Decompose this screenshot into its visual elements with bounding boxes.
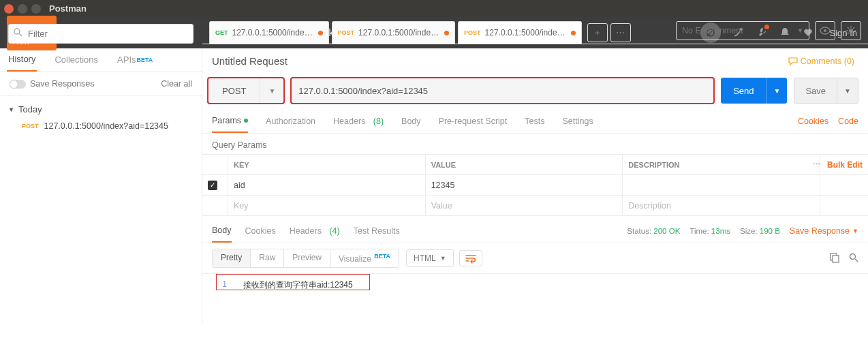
method-badge: POST (464, 29, 481, 36)
sidebar: History Collections APIsBETA Save Respon… (0, 17, 202, 324)
param-description[interactable] (623, 175, 820, 195)
chevron-down-icon[interactable]: ▼ (766, 78, 788, 104)
param-description-placeholder[interactable]: Description (623, 196, 820, 215)
beta-badge: BETA (374, 253, 390, 260)
method-badge: GET (215, 29, 228, 36)
svg-line-17 (848, 27, 849, 29)
col-description: DESCRIPTION (623, 155, 820, 174)
svg-line-18 (853, 33, 854, 34)
response-format-dropdown[interactable]: HTML▼ (406, 249, 454, 267)
window-titlebar: Postman (0, 0, 868, 17)
subtab-prerequest[interactable]: Pre-request Script (439, 109, 508, 133)
sidebar-tab-collections[interactable]: Collections (53, 48, 99, 72)
sidebar-tab-history[interactable]: History (7, 48, 37, 72)
col-value: VALUE (426, 155, 623, 174)
bulk-edit-link[interactable]: Bulk Edit (827, 160, 863, 170)
request-subtabs: Params Authorization Headers (8) Body Pr… (202, 109, 868, 134)
param-value-placeholder[interactable]: Value (426, 196, 623, 215)
search-icon (849, 253, 858, 262)
view-raw[interactable]: Raw (251, 249, 284, 267)
status-value: 200 OK (653, 227, 680, 235)
history-item[interactable]: POST 127.0.0.1:5000/index?aid=12345 (8, 117, 193, 135)
beta-badge: BETA (137, 57, 153, 63)
view-preview[interactable]: Preview (284, 249, 330, 267)
filter-input[interactable] (8, 24, 193, 44)
size-value: 190 B (760, 227, 780, 235)
svg-line-20 (853, 27, 854, 29)
svg-point-8 (14, 29, 20, 34)
tab-url: 127.0.0.1:5000/index?aid... (485, 28, 567, 37)
param-value[interactable]: 12345 (426, 175, 623, 195)
svg-rect-22 (833, 256, 839, 262)
sidebar-tab-apis[interactable]: APIsBETA (116, 48, 154, 72)
subtab-tests[interactable]: Tests (525, 109, 544, 133)
environment-label: No Environment (682, 26, 743, 35)
save-button[interactable]: Save ▼ (794, 78, 858, 104)
window-maximize-button[interactable] (31, 4, 41, 14)
subtab-params[interactable]: Params (212, 109, 248, 133)
param-key[interactable]: aid (228, 175, 426, 195)
response-body[interactable]: 1 接收到的查询字符串aid:12345 (202, 274, 868, 296)
search-icon (14, 28, 22, 39)
tab-options-button[interactable]: ⋯ (610, 23, 631, 42)
response-tab-testresults[interactable]: Test Results (354, 219, 400, 243)
highlight-box (216, 274, 370, 290)
send-button[interactable]: Send ▼ (721, 78, 787, 104)
environment-quicklook-button[interactable] (815, 21, 835, 40)
window-close-button[interactable] (4, 4, 14, 14)
subtab-body[interactable]: Body (401, 109, 421, 133)
window-minimize-button[interactable] (18, 4, 27, 14)
request-tab[interactable]: POST 127.0.0.1:5000/index?aid... (458, 21, 582, 44)
response-tab-cookies[interactable]: Cookies (245, 219, 276, 243)
comments-button[interactable]: Comments (0) (788, 57, 854, 66)
chevron-down-icon[interactable]: ▼ (837, 78, 858, 103)
history-item-url: 127.0.0.1:5000/index?aid=12345 (44, 121, 168, 131)
response-tab-headers[interactable]: Headers (4) (290, 219, 340, 243)
http-method-dropdown[interactable]: POST ▼ (208, 78, 284, 104)
table-row-empty[interactable]: Key Value Description (202, 196, 868, 216)
request-url-input[interactable]: 127.0.0.1:5000/index?aid=12345 (291, 78, 714, 104)
search-response-button[interactable] (849, 253, 858, 264)
save-response-dropdown[interactable]: Save Response▼ (790, 226, 858, 236)
chevron-down-icon: ▼ (260, 78, 283, 103)
params-indicator-dot (244, 119, 248, 123)
new-tab-button[interactable]: ＋ (587, 23, 608, 42)
request-tabs-bar: GET 127.0.0.1:5000/index?aid=... POST 12… (202, 17, 868, 44)
code-link[interactable]: Code (838, 117, 858, 126)
copy-response-button[interactable] (830, 253, 839, 264)
request-tab[interactable]: GET 127.0.0.1:5000/index?aid=... (209, 21, 329, 44)
comment-icon (788, 57, 798, 65)
clear-all-link[interactable]: Clear all (161, 79, 192, 89)
history-group-today[interactable]: ▼ Today (8, 102, 193, 117)
copy-icon (830, 253, 839, 262)
subtab-settings[interactable]: Settings (562, 109, 593, 133)
view-visualize[interactable]: Visualize BETA (330, 249, 399, 267)
save-responses-toggle[interactable]: Save Responses (10, 79, 95, 89)
query-params-title: Query Params (202, 134, 868, 154)
more-icon[interactable]: ⋯ (813, 160, 820, 169)
table-header-row: KEY VALUE DESCRIPTION ⋯Bulk Edit (202, 155, 868, 175)
window-title: Postman (49, 3, 87, 14)
table-row[interactable]: ✓ aid 12345 (202, 175, 868, 196)
wrap-icon (465, 253, 476, 263)
response-toolbar: Pretty Raw Preview Visualize BETA HTML▼ (202, 243, 868, 274)
settings-button[interactable] (841, 21, 861, 40)
subtab-authorization[interactable]: Authorization (266, 109, 315, 133)
svg-line-9 (19, 33, 22, 36)
unsaved-dot-icon (318, 31, 323, 35)
method-badge: POST (22, 123, 39, 129)
cookies-link[interactable]: Cookies (798, 117, 828, 126)
subtab-headers[interactable]: Headers (8) (333, 109, 384, 133)
time-value: 13ms (711, 227, 730, 235)
http-method-label: POST (208, 86, 260, 96)
environment-dropdown[interactable]: No Environment ▼ (676, 21, 809, 40)
unsaved-dot-icon (571, 31, 576, 35)
row-checkbox[interactable]: ✓ (208, 181, 217, 190)
param-key-placeholder[interactable]: Key (228, 196, 426, 215)
request-title[interactable]: Untitled Request (212, 55, 288, 67)
request-tab[interactable]: POST 127.0.0.1:5000/index?aid... (332, 21, 456, 44)
view-pretty[interactable]: Pretty (213, 249, 251, 267)
line-wrap-button[interactable] (459, 250, 482, 266)
tab-url: 127.0.0.1:5000/index?aid... (358, 28, 440, 37)
response-tab-body[interactable]: Body (212, 219, 232, 243)
